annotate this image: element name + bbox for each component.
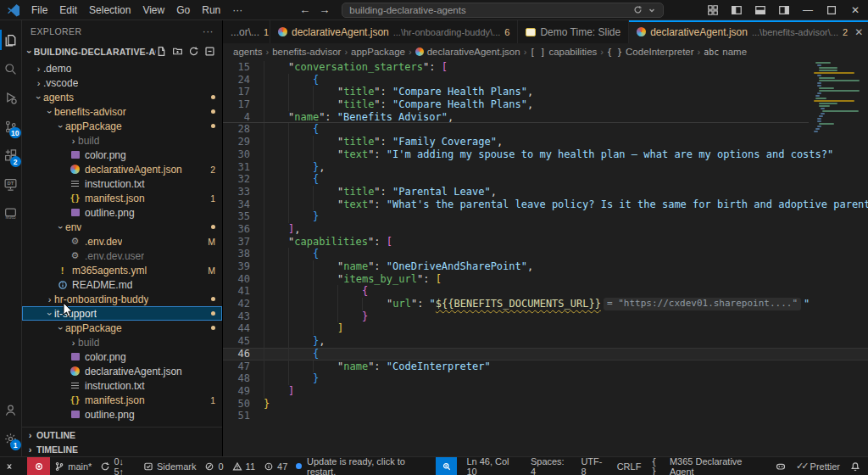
tree-item-hr-onboarding-buddy[interactable]: ›hr-onboarding-buddy [22, 292, 222, 306]
status-notifications[interactable] [846, 457, 865, 475]
tree-item-.env.dev.user[interactable]: ⚙.env.dev.user [22, 249, 222, 263]
code-line-38[interactable]: 38{ [223, 248, 809, 260]
breadcrumb-item-benefits-advisor[interactable]: benefits-advisor [272, 47, 341, 57]
tree-item-.vscode[interactable]: ›.vscode [22, 75, 222, 90]
close-button[interactable]: ✕ [844, 1, 866, 20]
tree-item-color.png[interactable]: color.png [22, 148, 222, 162]
breadcrumb-item-name[interactable]: abcname [704, 47, 747, 57]
status-eol[interactable]: CRLF [613, 457, 646, 475]
tree-item-benefits-advisor[interactable]: ›benefits-advisor [22, 104, 222, 119]
status-sidemark[interactable]: Sidemark [139, 457, 200, 475]
tree-item-instruction.txt[interactable]: instruction.txt [22, 378, 222, 393]
panel-outline[interactable]: ›OUTLINE [22, 428, 222, 442]
code-line-41[interactable]: 41{ [223, 285, 809, 298]
code-line-35[interactable]: 35} [223, 210, 809, 223]
status-indentation[interactable]: Spaces: 4 [526, 457, 575, 475]
refresh-explorer-icon[interactable] [188, 46, 199, 57]
activity-files-icon[interactable] [0, 25, 22, 54]
status-recording-button[interactable] [27, 457, 50, 475]
menu-view[interactable]: View [136, 2, 170, 19]
tab-...or...-0[interactable]: ...or\... 1 [223, 20, 270, 43]
breadcrumb-item-agents[interactable]: agents [233, 47, 263, 57]
menu-file[interactable]: File [25, 2, 53, 19]
code-line-32[interactable]: 32{ [223, 173, 809, 186]
toggle-secondary-sidebar-icon[interactable] [773, 1, 795, 20]
code-line-37[interactable]: 37"capabilities": [ [223, 236, 809, 249]
activity-account-icon[interactable] [0, 395, 22, 424]
code-line-30[interactable]: 30"text": "I'm adding my spouse to my he… [223, 148, 809, 161]
tree-item-env[interactable]: ›env [22, 220, 222, 234]
breadcrumb-item-appPackage[interactable]: appPackage [351, 47, 405, 57]
status-infos[interactable]: 47 [259, 457, 292, 475]
customize-layout-icon[interactable] [702, 1, 724, 20]
forward-button[interactable]: → [319, 3, 330, 16]
code-line-24[interactable]: 24{ [223, 74, 809, 87]
breadcrumb-item-declarativeAgent.json[interactable]: declarativeAgent.json [415, 47, 520, 57]
menu-go[interactable]: Go [170, 2, 196, 19]
tree-item-README.md[interactable]: README.md [22, 277, 222, 292]
tree-item-instruction.txt[interactable]: instruction.txt [22, 176, 222, 191]
breadcrumb-item-capabilities[interactable]: [ ]capabilities [530, 47, 597, 57]
tree-item-build[interactable]: ›build [22, 335, 222, 349]
menu-run[interactable]: Run [196, 2, 226, 19]
code-line-50[interactable]: 50} [223, 398, 809, 411]
code-line-49[interactable]: 49] [223, 385, 809, 398]
code-line-33[interactable]: 33"title": "Parental Leave", [223, 186, 809, 198]
status-cursor-position[interactable]: Ln 46, Col 10 [462, 457, 525, 475]
tree-item-appPackage[interactable]: ›appPackage [22, 119, 222, 133]
code-line-34[interactable]: 34"text": "What's the parental leave pol… [223, 198, 809, 211]
code-line-40[interactable]: 40"items_by_url": [ [223, 273, 809, 286]
maximize-button[interactable] [821, 1, 843, 20]
refresh-icon[interactable] [633, 5, 643, 14]
tree-item-manifest.json[interactable]: {}manifest.json1 [22, 393, 222, 407]
close-tab-icon[interactable]: ✕ [854, 26, 863, 38]
activity-source-control-icon[interactable]: 10 [0, 112, 22, 141]
code-line-15[interactable]: 15"conversation_starters": [ [223, 61, 809, 74]
tree-item-manifest.json[interactable]: {}manifest.json1 [22, 191, 222, 205]
status-prettier[interactable]: ✓✓Prettier [792, 457, 844, 475]
status-errors[interactable]: 0 [200, 457, 227, 475]
code-line-28[interactable]: 28{ [223, 123, 809, 136]
code-line-17[interactable]: 17"title": "Compare Health Plans", [223, 98, 809, 111]
tree-item-declarativeAgent.json[interactable]: declarativeAgent.json [22, 364, 222, 378]
tab-declarativeAgent.json-1[interactable]: declarativeAgent.json...\hr-onboarding-b… [270, 20, 518, 43]
menu-[interactable]: ··· [226, 2, 248, 19]
code-line-29[interactable]: 29"title": "Family Coverage", [223, 136, 809, 148]
new-file-icon[interactable] [156, 46, 167, 57]
chevron-down-icon[interactable] [648, 6, 656, 14]
code-editor[interactable]: 15"conversation_starters": [24{17"title"… [223, 60, 868, 456]
toggle-panel-icon[interactable] [749, 1, 771, 20]
activity-debug-icon[interactable] [0, 83, 22, 112]
status-zoom-indicator[interactable] [436, 457, 458, 475]
activity-demo-time-icon[interactable]: DT [0, 170, 22, 198]
menu-selection[interactable]: Selection [83, 2, 136, 19]
status-language-mode[interactable]: { }M365 Declarative Agent [647, 457, 770, 475]
code-line-36[interactable]: 36], [223, 223, 809, 236]
code-line-44[interactable]: 44] [223, 322, 809, 335]
collapse-folders-icon[interactable] [204, 46, 215, 57]
code-line-46[interactable]: 46{ [223, 348, 868, 360]
code-line-47[interactable]: 47"name": "CodeInterpreter" [223, 360, 809, 373]
activity-extensions-icon[interactable]: 2 [0, 141, 22, 170]
menu-edit[interactable]: Edit [53, 2, 83, 19]
activity-m365-icon[interactable]: M365 [0, 198, 22, 227]
command-center[interactable]: building-declarative-agents [342, 3, 664, 18]
activity-gear-icon[interactable]: 1 [0, 424, 22, 453]
code-line-42[interactable]: 42"url": "${{BENEFITS_DOCUMENTS_URL}}= "… [223, 298, 809, 310]
status-update-notice[interactable]: Update is ready, click to restart. [292, 457, 436, 475]
back-button[interactable]: ← [299, 3, 310, 16]
code-line-4[interactable]: 4"name": "Benefits Advisor", [223, 111, 809, 124]
tree-item-appPackage[interactable]: ›appPackage [22, 321, 222, 335]
explorer-more-actions-icon[interactable]: ··· [203, 25, 214, 37]
tab-declarativeAgent.json-3[interactable]: declarativeAgent.json...\benefits-adviso… [629, 20, 868, 43]
tree-item-.env.dev[interactable]: ⚙.env.devM [22, 234, 222, 249]
breadcrumb-item-CodeInterpreter[interactable]: { }CodeInterpreter [607, 47, 694, 57]
tree-item-it-support[interactable]: ›it-support [22, 306, 222, 321]
code-line-45[interactable]: 45}, [223, 335, 809, 348]
tree-item-outline.png[interactable]: outline.png [22, 407, 222, 422]
status-git-branch[interactable]: main* [50, 457, 96, 475]
code-line-43[interactable]: 43} [223, 310, 809, 323]
workspace-section-header[interactable]: › BUILDING-DECLARATIVE-AGEN... [22, 42, 222, 60]
code-line-48[interactable]: 48} [223, 372, 809, 385]
tree-item-outline.png[interactable]: outline.png [22, 205, 222, 220]
